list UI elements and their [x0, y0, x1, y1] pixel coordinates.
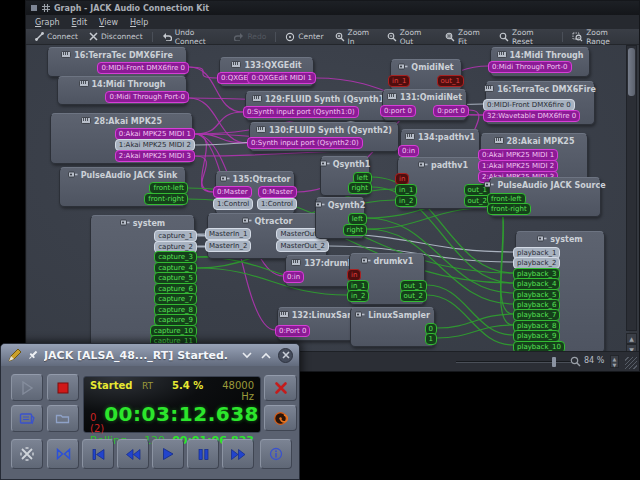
port-1[interactable]: 1: [425, 333, 437, 345]
port-masterin-2[interactable]: MasterIn_2: [205, 240, 251, 252]
rollup-button[interactable]: [259, 348, 273, 362]
node-midithrough-left[interactable]: 14:Midi Through0:Midi Through Port-0: [57, 76, 187, 105]
port-0-master[interactable]: 0:Master: [258, 186, 297, 198]
graph-app-icon: [42, 4, 50, 12]
center-button[interactable]: Center: [280, 31, 328, 43]
window-menu-icon[interactable]: [30, 4, 38, 12]
disconnect-button[interactable]: Disconnect: [84, 31, 148, 42]
session-button[interactable]: [47, 405, 79, 432]
port-0-midi-through-port-0[interactable]: 0:Midi Through Port-0: [488, 61, 572, 73]
port-right[interactable]: right: [343, 224, 367, 236]
node-header: 16:TerraTec DMX6Fire: [486, 82, 594, 94]
info-icon: [269, 447, 283, 461]
zoom-reset-button[interactable]: Zoom Reset: [494, 27, 558, 47]
node-fluid1[interactable]: 129:FLUID Synth (Qsynth1)0:Synth input p…: [245, 91, 395, 121]
node-qsynth2[interactable]: Qsynth2leftright: [315, 197, 365, 239]
port-0-midi-through-port-0[interactable]: 0:Midi Through Port-0: [105, 91, 189, 103]
zoom-slider-handle[interactable]: [552, 357, 556, 367]
port-in-1[interactable]: in_1: [388, 75, 410, 87]
scrollbar-thumb[interactable]: [628, 48, 635, 96]
port-0-midi-front-dmx6fire-0[interactable]: 0:MIDI-Front DMX6fire 0: [97, 62, 189, 74]
port-in-2[interactable]: in_2: [395, 195, 417, 207]
zoom-out-button[interactable]: Zoom Out: [382, 27, 439, 47]
node-pulse-source[interactable]: PulseAudio JACK Sourcefront-leftfront-ri…: [489, 177, 601, 217]
scroll-up-arrow[interactable]: ▲: [626, 333, 637, 344]
zoom-slider[interactable]: [456, 361, 571, 363]
graph-canvas[interactable]: 16:TerraTec DMX6Fire0:MIDI-Front DMX6fir…: [27, 45, 629, 353]
port-front-right[interactable]: front-right: [144, 193, 188, 205]
node-akai-left[interactable]: 28:Akai MPK250:Akai MPK25 MIDI 11:Akai M…: [50, 113, 193, 164]
node-linuxsampler-jack[interactable]: LinuxSampler01: [350, 307, 435, 347]
node-drumkv1-jack[interactable]: drumkv1inin_1out_1in_2out_2: [349, 253, 425, 305]
port-out-1[interactable]: out_1: [437, 75, 464, 87]
undo-connect-button[interactable]: Undo Connect: [157, 27, 229, 47]
stop-button[interactable]: [47, 374, 79, 401]
port-0-synth-input-port-qsynth1-0-[interactable]: 0:Synth input port (Qsynth1:0): [243, 106, 359, 118]
port-1-control[interactable]: 1:Control: [213, 198, 253, 210]
connect-button[interactable]: Connect: [30, 31, 83, 42]
graph-titlebar[interactable]: Graph - JACK Audio Connection Kit: [26, 1, 639, 15]
node-system-capture[interactable]: systemcapture_1capture_2capture_3capture…: [90, 215, 195, 353]
connections-button[interactable]: [11, 439, 43, 469]
node-qxgedit[interactable]: 133:QXGEdit0:QXGEdit MIDI 10:QXGEdit MID…: [219, 57, 314, 87]
node-pulse-sink[interactable]: PulseAudio JACK Sinkfront-leftfront-righ…: [59, 167, 186, 207]
rolldown-button[interactable]: [240, 348, 254, 362]
node-qtractor[interactable]: QtractorMasterIn_1MasterOut_1MasterIn_2M…: [207, 213, 327, 259]
port-2-akai-mpk25-midi-3[interactable]: 2:Akai MPK25 MIDI 3: [115, 150, 195, 162]
xrun-count: 0 (2): [90, 412, 104, 434]
port-masterout-2[interactable]: MasterOut_2: [276, 240, 329, 252]
port-right[interactable]: right: [348, 182, 372, 194]
redo-button[interactable]: Redo: [229, 31, 271, 42]
port-1-control[interactable]: 1:Control: [257, 198, 297, 210]
zoom-in-button[interactable]: Zoom In: [330, 27, 381, 47]
menu-edit[interactable]: Edit: [67, 17, 93, 28]
vertical-scrollbar[interactable]: [626, 45, 637, 331]
reset-button[interactable]: [264, 405, 297, 431]
patchbay-button[interactable]: [47, 439, 79, 469]
node-terratec-right[interactable]: 16:TerraTec DMX6Fire0:MIDI-Front DMX6fir…: [485, 81, 595, 125]
node-terratec-left[interactable]: 16:TerraTec DMX6Fire0:MIDI-Front DMX6fir…: [47, 47, 187, 77]
quit-button[interactable]: [264, 375, 297, 401]
zoom-out-icon: [387, 32, 397, 42]
transport-backward-button[interactable]: [117, 439, 149, 469]
port-0-qxgedit-midi-1[interactable]: 0:QXGEdit MIDI 1: [247, 72, 316, 84]
node-midithrough-right[interactable]: 14:Midi Through0:Midi Through Port-0: [490, 47, 590, 77]
messages-button[interactable]: [11, 405, 43, 432]
port-front-right[interactable]: front-right: [487, 203, 531, 215]
port-0-in[interactable]: 0:in: [398, 145, 419, 157]
transport-play-button[interactable]: [152, 439, 184, 469]
node-qmidinet-alsa[interactable]: 131:QmidiNet0:port 00:port 0: [382, 89, 467, 121]
transport-rewind-button[interactable]: [82, 439, 114, 469]
port-0-port-0[interactable]: 0:Port 0: [275, 325, 310, 337]
port-0-master[interactable]: 0:Master: [213, 186, 252, 198]
transport-pause-button[interactable]: [187, 439, 219, 469]
transport-forward-button[interactable]: [222, 439, 254, 469]
about-button[interactable]: [260, 439, 292, 469]
node-title: 28:Akai MPK25: [507, 137, 575, 146]
node-fluid2[interactable]: 130:FLUID Synth (Qsynth2)0:Synth input p…: [249, 122, 399, 152]
port-32-wavetable-dmx6fire-0[interactable]: 32:Wavetable DMX6fire 0: [483, 110, 580, 122]
resize-grip[interactable]: [625, 357, 637, 369]
close-button[interactable]: [278, 348, 293, 363]
port-0-in[interactable]: 0:in: [283, 271, 304, 283]
start-button[interactable]: [11, 374, 43, 401]
zoom-spinner[interactable]: ▲▼: [610, 355, 619, 368]
port-0-port-0[interactable]: 0:port 0: [433, 105, 469, 117]
node-qmidinet-jack[interactable]: QmidiNetin_1out_1: [390, 59, 462, 91]
jack-titlebar[interactable]: JACK [ALSA_48..._RT] Started.: [1, 344, 299, 366]
port-in-2[interactable]: in_2: [347, 290, 369, 302]
port-0-synth-input-port-qsynth2-0-[interactable]: 0:Synth input port (Qsynth2:0): [247, 137, 363, 149]
menu-help[interactable]: Help: [125, 17, 153, 28]
port-masterin-1[interactable]: MasterIn_1: [205, 228, 251, 240]
node-qsynth1[interactable]: Qsynth1leftright: [320, 156, 370, 196]
pin-icon[interactable]: [27, 349, 39, 361]
port-out-2[interactable]: out_2: [400, 290, 427, 302]
menu-view[interactable]: View: [94, 17, 123, 28]
node-qtractor-135[interactable]: 135:Qtractor0:Master0:Master1:Control1:C…: [215, 171, 295, 215]
zoom-fit-button[interactable]: Zoom Fit: [440, 27, 493, 47]
zoom-range-button[interactable]: Zoom Range: [567, 27, 635, 47]
menu-graph[interactable]: Graph: [30, 17, 65, 28]
port-0-port-0[interactable]: 0:port 0: [380, 105, 416, 117]
node-padthv1-jack[interactable]: padthv1inin_1out_1in_2out_2: [397, 157, 489, 209]
node-system-playback[interactable]: systemplayback_1playback_2playback_3play…: [515, 231, 605, 353]
